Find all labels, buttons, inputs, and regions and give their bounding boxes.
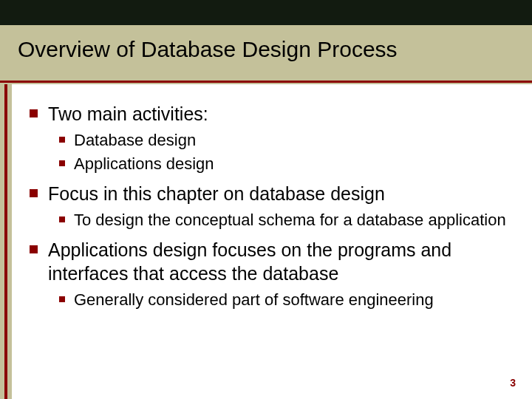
square-bullet-icon <box>30 189 38 197</box>
title-container: Overview of Database Design Process <box>18 37 514 72</box>
left-stripe-accent <box>4 84 7 399</box>
bullet-text: Database design <box>74 130 196 151</box>
bullet-text: To design the conceptual schema for a da… <box>74 210 506 231</box>
list-item: Generally considered part of software en… <box>59 290 510 310</box>
bullet-text: Applications design <box>74 154 214 174</box>
square-bullet-icon <box>59 160 65 166</box>
slide: Overview of Database Design Process Two … <box>0 0 532 399</box>
top-dark-bar <box>0 0 532 25</box>
content-area: Two main activities: Database design App… <box>30 95 510 369</box>
bullet-text: Generally considered part of software en… <box>74 290 434 310</box>
square-bullet-icon <box>59 216 65 222</box>
list-item: Two main activities: <box>30 102 510 126</box>
bullet-text: Two main activities: <box>48 102 208 126</box>
bullet-text: Applications design focuses on the progr… <box>48 238 510 285</box>
title-underline <box>0 81 532 83</box>
square-bullet-icon <box>59 137 65 143</box>
square-bullet-icon <box>30 109 38 117</box>
list-item: Applications design focuses on the progr… <box>30 238 510 285</box>
square-bullet-icon <box>30 245 38 253</box>
list-item: Focus in this chapter on database design <box>30 182 510 205</box>
square-bullet-icon <box>59 296 65 302</box>
slide-title: Overview of Database Design Process <box>18 37 514 62</box>
list-item: Applications design <box>59 154 510 174</box>
slide-number: 3 <box>510 377 516 389</box>
bullet-text: Focus in this chapter on database design <box>48 182 385 205</box>
list-item: Database design <box>59 130 510 151</box>
list-item: To design the conceptual schema for a da… <box>59 210 510 231</box>
